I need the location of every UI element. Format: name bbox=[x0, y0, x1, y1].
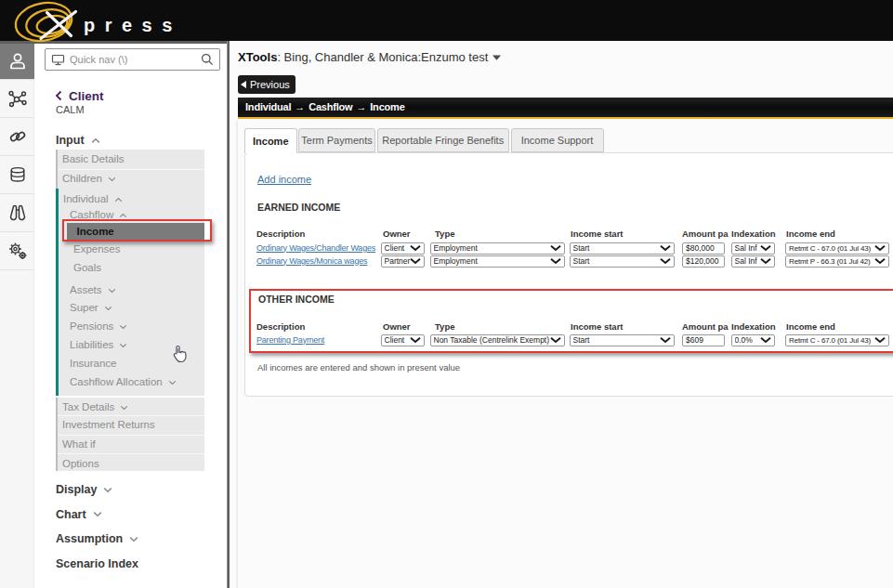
select-chevron-icon bbox=[874, 258, 886, 264]
nav-item-income-selected[interactable]: Income bbox=[67, 223, 204, 240]
tab-income[interactable]: Income bbox=[244, 128, 297, 153]
amount-input[interactable] bbox=[682, 334, 725, 346]
tab-income-support[interactable]: Income Support bbox=[511, 128, 604, 152]
chevron-down-icon bbox=[119, 324, 127, 330]
nav-item-options[interactable]: Options bbox=[58, 454, 204, 473]
dropdown-caret-icon[interactable] bbox=[492, 55, 501, 60]
select-chevron-icon bbox=[760, 337, 771, 343]
page-title-client: Bing, Chandler & Monica:Enzumo test bbox=[284, 50, 489, 64]
nav-item-insurance[interactable]: Insurance bbox=[59, 354, 204, 372]
chevron-up-icon bbox=[91, 137, 100, 144]
nav-section-input-label: Input bbox=[56, 134, 85, 147]
nav-section-chart[interactable]: Chart bbox=[56, 508, 102, 521]
breadcrumb-arrow: → bbox=[295, 101, 305, 112]
breadcrumb-income: Income bbox=[370, 101, 404, 112]
rail-item-link[interactable] bbox=[0, 117, 34, 155]
nav-section-assumption[interactable]: Assumption bbox=[56, 532, 138, 545]
nav-item-what-if[interactable]: What if bbox=[58, 435, 204, 453]
indexation-select[interactable]: 0.0% bbox=[731, 334, 775, 346]
rail-item-binoculars[interactable] bbox=[0, 193, 34, 231]
income-end-select[interactable]: Retmt C - 67.0 (01 Jul 43) bbox=[785, 334, 889, 346]
rail-separator bbox=[0, 193, 34, 194]
nav-item-expenses[interactable]: Expenses bbox=[59, 240, 204, 258]
select-chevron-icon bbox=[760, 258, 771, 264]
panel-splitter[interactable] bbox=[227, 41, 230, 588]
nav-item-tax-details[interactable]: Tax Details bbox=[58, 398, 204, 416]
amount-input[interactable] bbox=[682, 255, 725, 268]
select-chevron-icon bbox=[660, 337, 671, 343]
col-income-end: Income end bbox=[786, 321, 835, 333]
indexation-select[interactable]: Sal Inf bbox=[731, 242, 775, 255]
income-description-link[interactable]: Ordinary Wages/Monica wages bbox=[256, 255, 367, 268]
income-end-select[interactable]: Retmt P - 66.3 (01 Jul 42) bbox=[785, 255, 889, 268]
nav-item-pensions[interactable]: Pensions bbox=[59, 317, 204, 335]
monitor-icon bbox=[51, 54, 65, 66]
binoculars-icon bbox=[7, 203, 28, 223]
select-chevron-icon bbox=[760, 245, 771, 251]
nav-item-liabilities[interactable]: Liabilities bbox=[59, 335, 204, 354]
nav-section-chart-label: Chart bbox=[56, 508, 86, 521]
nav-item-assets[interactable]: Assets bbox=[59, 281, 204, 299]
quick-nav-search[interactable]: Quick nav (\) bbox=[45, 48, 220, 71]
tab-reportable-fringe-benefits[interactable]: Reportable Fringe Benefits bbox=[377, 128, 510, 152]
income-description-link[interactable]: Ordinary Wages/Chandler Wages bbox=[256, 242, 375, 255]
income-start-select[interactable]: Start bbox=[570, 255, 675, 268]
owner-select[interactable]: Client bbox=[381, 334, 425, 346]
indexation-select[interactable]: Sal Inf bbox=[731, 255, 775, 268]
back-to-client-label: Client bbox=[69, 89, 104, 103]
rail-item-network[interactable] bbox=[0, 79, 34, 117]
add-income-link[interactable]: Add income bbox=[257, 174, 311, 185]
content-left-rule bbox=[236, 121, 238, 588]
chevron-left-icon bbox=[55, 90, 62, 101]
gears-icon bbox=[7, 240, 29, 262]
chevron-down-icon bbox=[104, 306, 112, 311]
chevron-down-icon bbox=[120, 405, 128, 411]
nav-section-display[interactable]: Display bbox=[56, 483, 112, 496]
earned-income-heading: EARNED INCOME bbox=[257, 202, 340, 213]
chevron-down-icon bbox=[129, 536, 138, 542]
col-income-end: Income end bbox=[786, 229, 835, 240]
type-select[interactable]: Employment bbox=[430, 242, 566, 255]
nav-section-scenario-index[interactable]: Scenario Index bbox=[56, 557, 138, 570]
select-chevron-icon bbox=[874, 245, 886, 251]
rail-item-settings[interactable] bbox=[0, 231, 34, 269]
previous-button-label: Previous bbox=[250, 79, 290, 90]
header-bar bbox=[0, 0, 893, 41]
rail-separator bbox=[0, 155, 34, 156]
tab-term-payments[interactable]: Term Payments bbox=[298, 128, 375, 152]
nav-section-assumption-label: Assumption bbox=[56, 532, 123, 545]
rail-item-coins[interactable] bbox=[0, 155, 34, 193]
nav-tree-group-bottom: Tax Details Investment Returns What if O… bbox=[56, 398, 204, 471]
chevron-down-icon bbox=[108, 176, 116, 182]
amount-input[interactable] bbox=[682, 242, 725, 255]
nav-item-super[interactable]: Super bbox=[59, 298, 204, 317]
income-end-select[interactable]: Retmt C - 67.0 (01 Jul 43) bbox=[785, 242, 889, 255]
coins-icon bbox=[7, 164, 28, 185]
previous-button[interactable]: Previous bbox=[238, 75, 295, 94]
nav-section-scenario-index-label: Scenario Index bbox=[56, 557, 138, 570]
col-owner: Owner bbox=[383, 321, 411, 333]
nav-section-display-label: Display bbox=[56, 483, 97, 496]
nav-item-children[interactable]: Children bbox=[58, 169, 204, 188]
nav-item-basic-details[interactable]: Basic Details bbox=[58, 150, 204, 168]
col-indexation: Indexation bbox=[731, 229, 776, 240]
page-title: XTools: Bing, Chandler & Monica:Enzumo t… bbox=[238, 50, 501, 64]
col-amount-pa: Amount pa bbox=[682, 229, 729, 240]
nav-section-input[interactable]: Input bbox=[56, 134, 100, 147]
other-income-heading: OTHER INCOME bbox=[258, 294, 335, 305]
owner-select[interactable]: Client bbox=[381, 242, 425, 255]
rail-separator bbox=[0, 269, 34, 270]
col-description: Description bbox=[256, 229, 305, 240]
rail-item-user[interactable] bbox=[0, 43, 34, 79]
type-select[interactable]: Non Taxable (Centrelink Exempt) bbox=[430, 334, 566, 346]
income-start-select[interactable]: Start bbox=[570, 334, 675, 346]
income-description-link[interactable]: Parenting Payment bbox=[256, 334, 324, 346]
owner-select[interactable]: Partner bbox=[381, 255, 425, 268]
income-start-select[interactable]: Start bbox=[570, 242, 675, 255]
type-select[interactable]: Employment bbox=[430, 255, 566, 268]
nav-item-investment-returns[interactable]: Investment Returns bbox=[58, 415, 204, 434]
chevron-up-icon bbox=[114, 197, 123, 203]
nav-item-cashflow-allocation[interactable]: Cashflow Allocation bbox=[59, 372, 204, 391]
nav-item-goals[interactable]: Goals bbox=[59, 258, 204, 277]
back-to-client[interactable]: Client bbox=[55, 89, 104, 102]
